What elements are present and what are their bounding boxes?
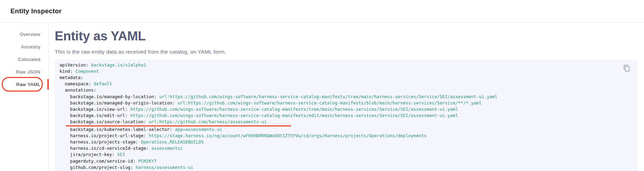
yaml-key: backstage.io/source-location: [70,119,146,124]
yaml-key: namespace: [65,81,91,86]
yaml-value: https://github.com/wings-software/harnes… [128,113,458,118]
annotation-underline: backstage.io/source-location: url:https:… [66,119,291,126]
yaml-value: url:https://github.com/wings-software/ha… [175,100,482,106]
yaml-line: jira/project-key: SEI [60,151,622,158]
sidebar-tabs: OverviewAncestryColocatedRaw JSONRaw YAM… [0,23,49,171]
entity-inspector-dialog: Entity Inspector OverviewAncestryColocat… [0,0,644,171]
yaml-key: backstage.io/kubernetes-label-selector: [70,127,172,132]
annotation-circle [2,77,43,92]
yaml-value: backstage.io/v1alpha1 [88,62,146,68]
yaml-key: metadata: [60,75,83,80]
yaml-line: metadata: [60,75,622,81]
yaml-key: github.com/project-slug: [70,165,133,170]
yaml-line: backstage.io/source-location: url:https:… [60,119,622,126]
yaml-line: kind: Component [60,68,622,75]
yaml-line: backstage.io/managed-by-location: url:ht… [60,94,622,100]
yaml-line: github.com/project-slug: harness/assessm… [60,164,622,171]
yaml-value: PCM2KY7 [135,158,156,164]
yaml-key: harness.io/projects-stage: [70,139,138,145]
yaml-key: backstage.io/managed-by-origin-location: [70,100,175,106]
yaml-value: harness/assessments-ui [133,165,193,170]
yaml-line: namespace: default [60,81,622,87]
sidebar-tab-overview[interactable]: Overview [0,28,48,40]
yaml-value: url:https://github.com/wings-software/ha… [156,94,497,99]
yaml-key: harness.io/cd-serviceId-stage: [70,146,149,151]
yaml-key: apiVersion: [60,62,88,68]
sidebar-tab-raw-json[interactable]: Raw JSON [0,65,48,78]
yaml-value: default [91,81,112,86]
yaml-value: https://github.com/wings-software/harnes… [128,107,458,112]
sidebar-tab-ancestry[interactable]: Ancestry [0,40,48,53]
yaml-line: harness.io/cd-serviceId-stage: assessmen… [60,145,622,151]
yaml-value: url:https://github.com/harness/assessmen… [146,119,266,124]
yaml-value: https://stage.harness.io/ng/account/wFHX… [146,133,426,138]
yaml-line: annotations: [60,87,622,93]
sidebar-tab-colocated[interactable]: Colocated [0,53,48,65]
yaml-key: harness.io/project-url-stage: [70,133,146,138]
content-area: Entity as YAML This is the raw entity da… [49,23,644,171]
yaml-line: backstage.io/kubernetes-label-selector: … [60,126,622,133]
yaml-line: backstage.io/managed-by-origin-location:… [60,100,622,106]
yaml-value: assessmentui [149,146,183,151]
yaml-key: annotations: [65,87,96,93]
yaml-value: Operations,RELEASEBUILDS [138,139,204,145]
yaml-key: backstage.io/managed-by-location: [70,94,156,99]
page-subtitle: This is the raw entity data as received … [55,49,638,55]
yaml-code-block: apiVersion: backstage.io/v1alpha1kind: C… [55,60,638,171]
yaml-value: Component [73,69,99,74]
yaml-key: kind: [60,69,73,74]
dialog-title: Entity Inspector [10,7,62,15]
yaml-value: app=assessments-ui [172,127,222,132]
yaml-line: pagerduty.com/service-id: PCM2KY7 [60,158,622,164]
dialog-header: Entity Inspector [0,0,644,23]
yaml-line: backstage.io/view-url: https://github.co… [60,106,622,112]
yaml-line: apiVersion: backstage.io/v1alpha1 [60,62,622,68]
yaml-code: apiVersion: backstage.io/v1alpha1kind: C… [60,62,622,171]
yaml-line: harness.io/project-url-stage: https://st… [60,133,622,139]
active-tab-indicator [47,79,49,90]
yaml-line: backstage.io/edit-url: https://github.co… [60,112,622,119]
copy-icon [623,64,630,72]
page-title: Entity as YAML [55,29,638,44]
yaml-key: jira/project-key: [70,152,115,157]
copy-button[interactable] [622,64,631,72]
sidebar-tab-raw-yaml[interactable]: Raw YAML [0,78,48,91]
yaml-key: backstage.io/view-url: [70,107,128,112]
dialog-body: OverviewAncestryColocatedRaw JSONRaw YAM… [0,23,644,171]
yaml-key: backstage.io/edit-url: [70,113,128,118]
yaml-value: SEI [115,152,125,157]
yaml-line: harness.io/projects-stage: Operations,RE… [60,139,622,145]
yaml-key: pagerduty.com/service-id: [70,158,135,164]
